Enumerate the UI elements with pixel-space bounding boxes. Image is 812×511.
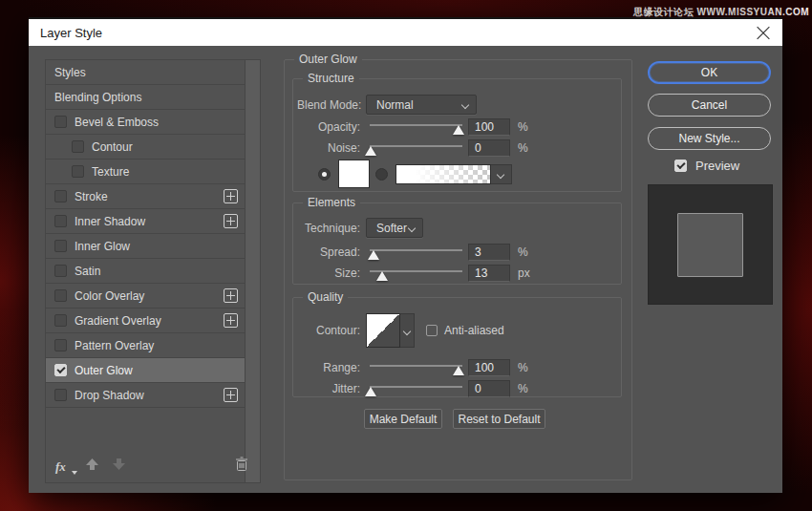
sidebar-item-styles[interactable]: Styles bbox=[46, 60, 245, 85]
checkbox-icon[interactable] bbox=[54, 289, 67, 302]
gradient-radio[interactable] bbox=[375, 168, 388, 181]
structure-legend: Structure bbox=[303, 72, 359, 85]
elements-section: Elements Technique: Softer Spread: 3 % S… bbox=[292, 202, 622, 285]
blend-mode-row: Blend Mode: Normal bbox=[297, 95, 617, 115]
new-style-button[interactable]: New Style... bbox=[648, 127, 771, 150]
reset-to-default-button[interactable]: Reset to Default bbox=[453, 409, 545, 429]
quality-legend: Quality bbox=[303, 290, 348, 304]
move-effect-down-icon[interactable] bbox=[112, 458, 126, 475]
delete-effect-icon[interactable] bbox=[235, 457, 248, 476]
sidebar-item-inner-shadow[interactable]: Inner Shadow bbox=[46, 209, 245, 234]
dialog-title: Layer Style bbox=[40, 26, 102, 40]
make-default-button[interactable]: Make Default bbox=[364, 409, 442, 429]
jitter-input[interactable]: 0 bbox=[468, 380, 510, 397]
blend-mode-value: Normal bbox=[376, 98, 414, 112]
sidebar-item-outer-glow[interactable]: Outer Glow bbox=[46, 358, 245, 383]
size-input[interactable]: 13 bbox=[468, 265, 510, 282]
gradient-preview[interactable] bbox=[395, 164, 491, 184]
jitter-label: Jitter: bbox=[297, 382, 360, 395]
sidebar-scrollbar[interactable] bbox=[245, 60, 260, 482]
anti-aliased-checkbox[interactable] bbox=[426, 325, 438, 336]
spread-slider[interactable] bbox=[370, 245, 462, 260]
add-effect-icon[interactable] bbox=[224, 388, 238, 402]
quality-section: Quality Contour: Anti-aliased Range: 100… bbox=[292, 297, 622, 397]
sidebar-item-contour[interactable]: Contour bbox=[46, 135, 245, 160]
style-preview-swatch bbox=[677, 213, 743, 277]
checkbox-icon[interactable] bbox=[54, 190, 67, 202]
glow-color-swatch[interactable] bbox=[338, 160, 370, 188]
sidebar-item-gradient-overlay[interactable]: Gradient Overlay bbox=[46, 309, 245, 333]
jitter-slider[interactable] bbox=[370, 382, 462, 396]
add-effect-icon[interactable] bbox=[224, 214, 238, 228]
add-effect-icon[interactable] bbox=[224, 189, 238, 203]
slider-thumb[interactable] bbox=[453, 366, 464, 375]
checkbox-icon[interactable] bbox=[72, 140, 84, 153]
sidebar-item-satin[interactable]: Satin bbox=[46, 259, 245, 284]
checkbox-icon[interactable] bbox=[54, 314, 67, 327]
slider-thumb[interactable] bbox=[368, 250, 379, 260]
noise-slider[interactable] bbox=[370, 141, 462, 156]
cancel-button[interactable]: Cancel bbox=[648, 94, 771, 117]
opacity-slider[interactable] bbox=[370, 120, 462, 135]
sidebar-item-pattern-overlay[interactable]: Pattern Overlay bbox=[46, 333, 245, 358]
gradient-picker-button[interactable] bbox=[491, 164, 512, 184]
checkbox-icon[interactable] bbox=[54, 116, 67, 128]
checkbox-icon[interactable] bbox=[54, 265, 67, 277]
noise-input[interactable]: 0 bbox=[468, 139, 510, 157]
fx-menu-button[interactable]: fx bbox=[55, 459, 66, 475]
checkbox-icon[interactable] bbox=[54, 240, 67, 252]
noise-label: Noise: bbox=[297, 141, 360, 155]
dialog-titlebar[interactable]: Layer Style bbox=[29, 17, 782, 46]
sidebar-item-bevel-emboss[interactable]: Bevel & Emboss bbox=[46, 110, 245, 135]
checkbox-icon[interactable] bbox=[72, 165, 84, 178]
spread-row: Spread: 3 % bbox=[297, 244, 617, 261]
spread-input[interactable]: 3 bbox=[468, 244, 510, 261]
range-input[interactable]: 100 bbox=[468, 359, 510, 376]
anti-aliased-label: Anti-aliased bbox=[444, 324, 504, 337]
slider-thumb[interactable] bbox=[376, 271, 388, 281]
checkbox-icon[interactable] bbox=[54, 339, 67, 351]
contour-thumbnail[interactable] bbox=[366, 313, 400, 348]
technique-row: Technique: Softer bbox=[297, 218, 617, 238]
sidebar-item-color-overlay[interactable]: Color Overlay bbox=[46, 284, 245, 309]
sidebar-item-blending-options[interactable]: Blending Options bbox=[46, 85, 245, 110]
preview-toggle[interactable]: Preview bbox=[674, 159, 739, 173]
contour-picker-button[interactable] bbox=[400, 313, 415, 348]
slider-track bbox=[370, 124, 462, 126]
opacity-unit: % bbox=[518, 120, 528, 134]
contour-row: Contour: Anti-aliased bbox=[297, 313, 617, 348]
slider-thumb[interactable] bbox=[453, 125, 464, 135]
sidebar-item-texture[interactable]: Texture bbox=[46, 160, 245, 184]
size-label: Size: bbox=[297, 266, 360, 280]
sidebar-item-drop-shadow[interactable]: Drop Shadow bbox=[46, 383, 245, 408]
spread-unit: % bbox=[518, 245, 528, 259]
add-effect-icon[interactable] bbox=[224, 288, 238, 303]
checkbox-icon[interactable] bbox=[54, 389, 67, 401]
preview-checkbox-icon[interactable] bbox=[674, 160, 687, 172]
size-slider[interactable] bbox=[370, 266, 462, 281]
checkbox-checked-icon[interactable] bbox=[54, 364, 67, 376]
elements-legend: Elements bbox=[303, 196, 360, 209]
checkbox-icon[interactable] bbox=[54, 215, 67, 227]
range-unit: % bbox=[518, 361, 528, 374]
sidebar-item-inner-glow[interactable]: Inner Glow bbox=[46, 234, 245, 259]
slider-thumb[interactable] bbox=[365, 146, 376, 156]
styles-sidebar: Styles Blending Options Bevel & Emboss C… bbox=[45, 59, 261, 483]
move-effect-up-icon[interactable] bbox=[85, 458, 99, 475]
slider-thumb[interactable] bbox=[365, 387, 376, 396]
opacity-input[interactable]: 100 bbox=[468, 118, 510, 136]
blend-mode-select[interactable]: Normal bbox=[366, 95, 477, 115]
range-slider[interactable] bbox=[370, 361, 462, 375]
chevron-down-icon bbox=[461, 101, 469, 109]
spread-label: Spread: bbox=[297, 245, 360, 259]
size-row: Size: 13 px bbox=[297, 265, 617, 282]
close-icon[interactable] bbox=[756, 26, 771, 41]
solid-color-radio[interactable] bbox=[318, 168, 331, 181]
ok-button[interactable]: OK bbox=[648, 61, 771, 84]
jitter-unit: % bbox=[518, 382, 528, 395]
add-effect-icon[interactable] bbox=[224, 313, 238, 328]
technique-select[interactable]: Softer bbox=[366, 218, 423, 238]
sidebar-item-stroke[interactable]: Stroke bbox=[46, 184, 245, 209]
styles-list: Styles Blending Options Bevel & Emboss C… bbox=[46, 60, 245, 408]
chevron-down-icon bbox=[497, 170, 504, 178]
